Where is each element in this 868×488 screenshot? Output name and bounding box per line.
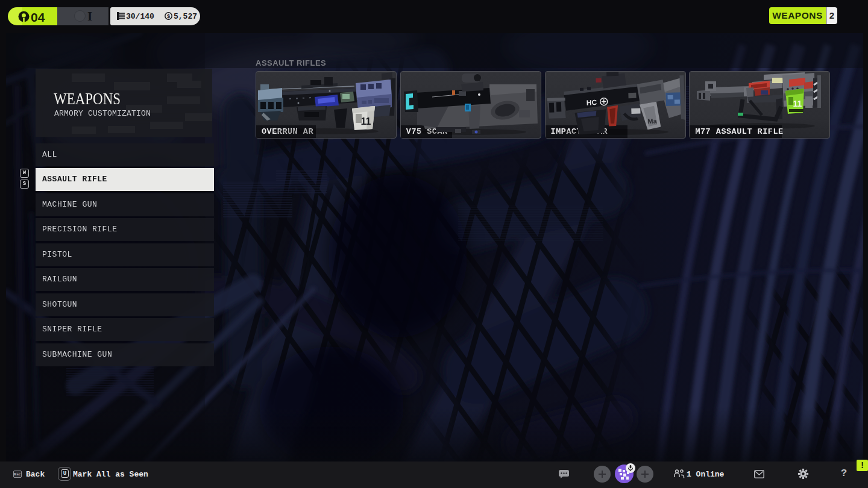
svg-text:$: $ <box>167 13 170 19</box>
svg-text:Ma: Ma <box>647 117 658 125</box>
svg-text:11: 11 <box>361 116 371 127</box>
svg-text:HC: HC <box>586 98 597 107</box>
svg-text:11: 11 <box>793 99 802 108</box>
